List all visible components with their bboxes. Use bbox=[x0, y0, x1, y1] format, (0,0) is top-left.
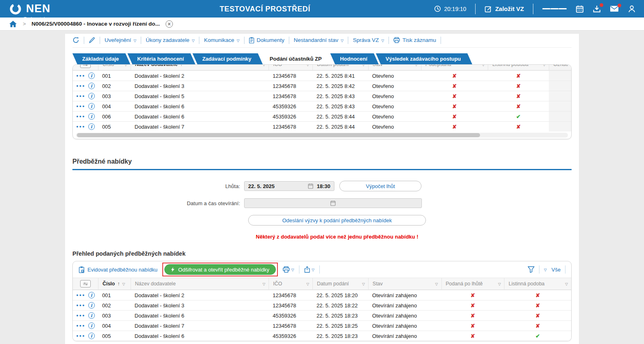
info-icon[interactable]: i bbox=[88, 292, 95, 298]
col-nazev-dodavatele[interactable]: Název dodavatele↑▽ bbox=[131, 64, 269, 70]
row-menu-icon[interactable]: ●●● bbox=[76, 104, 85, 108]
deadline-field[interactable]: 22. 5. 2025 18:30 bbox=[244, 181, 334, 191]
breadcrumb-record[interactable]: N006/25/V00004860 - Inovace v rozvoji ří… bbox=[32, 21, 160, 27]
filter-caret-icon[interactable]: ▽ bbox=[262, 64, 265, 67]
create-vz-button[interactable]: Založit VZ bbox=[485, 5, 524, 13]
table-row[interactable]: ●●● i 003 Dodavatel - školení 6 45359326… bbox=[73, 310, 571, 320]
row-menu-icon[interactable]: ●●● bbox=[76, 324, 85, 328]
filter-caret-icon[interactable]: ▽ bbox=[435, 282, 438, 286]
menu-nonstandard-state[interactable]: Nestandardní stav▽ bbox=[294, 37, 343, 43]
table-row[interactable]: ●●● i 001 Dodavatel - školení 2 12345678… bbox=[73, 70, 571, 81]
tab-zakladni-udaje[interactable]: Základní údaje bbox=[72, 53, 130, 64]
info-icon[interactable]: i bbox=[88, 123, 95, 130]
filter-caret-icon[interactable]: ▽ bbox=[498, 282, 501, 286]
row-menu-icon[interactable]: ●●● bbox=[76, 84, 85, 88]
print-table-button[interactable]: ▽ bbox=[283, 266, 294, 273]
info-icon[interactable]: i bbox=[88, 103, 95, 110]
menu-manage-vz[interactable]: Správa VZ▽ bbox=[353, 37, 384, 43]
tab-zadavaci-podminky[interactable]: Zadávací podmínky bbox=[192, 53, 263, 64]
table-row[interactable]: ●●● i 005 Dodavatel - školení 6 45359326… bbox=[73, 331, 571, 341]
column-settings-icon[interactable] bbox=[80, 64, 91, 68]
menu-icon[interactable] bbox=[542, 7, 567, 11]
deadline-time-value[interactable]: 18:30 bbox=[317, 183, 330, 189]
filter-all-dropdown[interactable]: ▽ Vše bbox=[544, 267, 561, 273]
col-oznacit[interactable]: Označ bbox=[549, 64, 571, 70]
filter-caret-icon[interactable]: ▽ bbox=[565, 282, 568, 286]
filter-caret-icon[interactable]: ▽ bbox=[362, 64, 365, 67]
filter-funnel-icon[interactable] bbox=[528, 266, 535, 273]
filter-caret-icon[interactable]: ▽ bbox=[124, 64, 127, 67]
user-icon[interactable] bbox=[628, 5, 636, 13]
opening-datetime-field[interactable] bbox=[244, 198, 422, 208]
table-row[interactable]: ●●● i 001 Dodavatel - školení 2 12345678… bbox=[73, 290, 571, 300]
row-menu-icon[interactable]: ●●● bbox=[76, 313, 85, 318]
filter-caret-icon[interactable]: ▽ bbox=[543, 64, 546, 67]
row-menu-icon[interactable]: ●●● bbox=[76, 334, 85, 338]
table-row[interactable]: ●●● i 003 Dodavatel - školení 5 12345678… bbox=[73, 91, 571, 101]
col-listinna-podoba[interactable]: Listinná podoba▽ bbox=[504, 278, 571, 289]
export-button[interactable]: ▽ bbox=[304, 266, 314, 273]
filter-caret-icon[interactable]: ▽ bbox=[482, 64, 485, 67]
col-podana-po-lhute[interactable]: Podaná po lhůtě▽ bbox=[441, 278, 504, 289]
filter-caret-icon[interactable]: ▽ bbox=[362, 282, 365, 286]
register-bid-button[interactable]: Evidovat předběžnou nabídku bbox=[79, 266, 157, 273]
col-ico[interactable]: IČO▽ bbox=[269, 64, 312, 70]
col-listinna-podoba[interactable]: Listinná podoba▽ bbox=[488, 64, 549, 70]
row-menu-icon[interactable]: ●●● bbox=[76, 74, 85, 78]
col-nazev-dodavatele[interactable]: Název dodavatele▽ bbox=[131, 278, 269, 289]
col-stav[interactable]: Stav▽ bbox=[368, 64, 421, 70]
menu-publish[interactable]: Uveřejnění▽ bbox=[105, 37, 136, 43]
filter-caret-icon[interactable]: ▽ bbox=[262, 282, 265, 286]
table-row[interactable]: ●●● i 005 Dodavatel - školení 7 12345678… bbox=[73, 121, 571, 131]
menu-communication[interactable]: Komunikace▽ bbox=[204, 37, 239, 43]
calendar-icon[interactable] bbox=[576, 5, 584, 13]
tab-hodnoceni[interactable]: Hodnocení bbox=[330, 53, 379, 64]
tab-vysledek-zadavaciho-postupu[interactable]: Výsledek zadávacího postupu bbox=[376, 53, 472, 64]
scrollbar-thumb[interactable] bbox=[77, 133, 480, 137]
tab-kriteria-hodnoceni[interactable]: Kritéria hodnocení bbox=[127, 53, 195, 64]
filter-caret-icon[interactable]: ▽ bbox=[122, 282, 125, 286]
col-podepsana[interactable]: Podepsána▽ bbox=[421, 64, 488, 70]
info-icon[interactable]: i bbox=[88, 322, 95, 329]
row-menu-icon[interactable]: ●●● bbox=[76, 125, 85, 129]
table-row[interactable]: ●●● i 002 Dodavatel - školení 3 12345678… bbox=[73, 300, 571, 310]
nen-logo[interactable]: NEN Zadavatel bbox=[9, 2, 50, 15]
calendar-icon[interactable] bbox=[330, 200, 336, 206]
table-row[interactable]: ●●● i 004 Dodavatel - školení 6 45359326… bbox=[73, 101, 571, 111]
col-stav[interactable]: Stav▽ bbox=[368, 278, 441, 289]
info-icon[interactable]: i bbox=[88, 83, 95, 89]
info-icon[interactable]: i bbox=[88, 333, 95, 339]
info-icon[interactable]: i bbox=[88, 113, 95, 120]
row-menu-icon[interactable]: ●●● bbox=[76, 293, 85, 297]
downloads-icon[interactable] bbox=[593, 5, 601, 13]
menu-contracting-tasks[interactable]: Úkony zadavatele▽ bbox=[146, 37, 194, 43]
row-menu-icon[interactable]: ●●● bbox=[76, 303, 85, 307]
info-icon[interactable]: i bbox=[88, 312, 95, 319]
menu-documents[interactable]: Dokumenty bbox=[249, 37, 284, 44]
table-row[interactable]: ●●● i 002 Dodavatel - školení 3 12345678… bbox=[73, 81, 571, 91]
col-ico[interactable]: IČO▽ bbox=[269, 278, 312, 289]
calendar-icon[interactable] bbox=[308, 183, 313, 189]
col-datum-podani[interactable]: Datum podání▽ bbox=[312, 278, 368, 289]
table-row[interactable]: ●●● i 006 Dodavatel - školení 6 45359326… bbox=[73, 111, 571, 121]
info-icon[interactable]: i bbox=[88, 72, 95, 79]
deadline-date-value[interactable]: 22. 5. 2025 bbox=[248, 183, 304, 189]
mail-icon[interactable] bbox=[610, 5, 619, 12]
send-invitation-button[interactable]: Odeslání výzvy k podání předběžných nabí… bbox=[248, 215, 426, 226]
tab-podani-ucastniku-zp[interactable]: Podání účastníků ZP bbox=[260, 53, 333, 64]
col-cislo[interactable]: Číslo↑▽ bbox=[98, 278, 131, 289]
print-record-button[interactable]: Tisk záznamu bbox=[393, 37, 436, 43]
history-button[interactable] bbox=[72, 37, 79, 44]
edit-record-button[interactable] bbox=[89, 37, 95, 44]
row-menu-icon[interactable]: ●●● bbox=[76, 114, 85, 118]
column-settings-icon[interactable] bbox=[80, 280, 91, 287]
col-cislo[interactable]: Číslo▽ bbox=[98, 64, 131, 70]
filter-caret-icon[interactable]: ▽ bbox=[306, 64, 309, 67]
filter-caret-icon[interactable]: ▽ bbox=[415, 64, 418, 67]
close-icon[interactable]: ✕ bbox=[166, 20, 173, 28]
filter-caret-icon[interactable]: ▽ bbox=[306, 282, 309, 286]
col-datum-podani[interactable]: Datum podání▽ bbox=[312, 64, 368, 70]
info-icon[interactable]: i bbox=[88, 302, 95, 309]
info-icon[interactable]: i bbox=[88, 93, 95, 99]
home-icon[interactable] bbox=[9, 20, 17, 28]
